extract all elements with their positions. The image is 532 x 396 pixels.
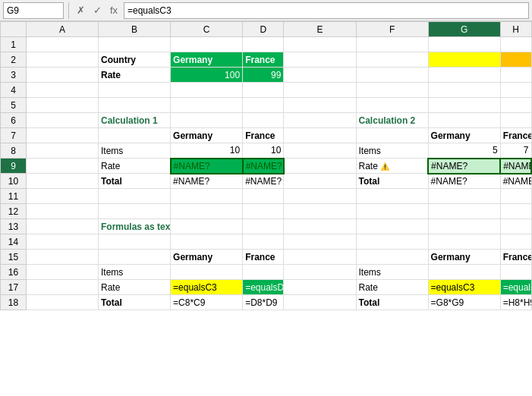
cell-b12[interactable]: [99, 204, 171, 219]
cell-b3[interactable]: Rate: [99, 68, 171, 83]
cell-e15[interactable]: [284, 250, 356, 265]
cell-d18[interactable]: =D8*D9: [243, 295, 284, 310]
cell-g14[interactable]: [428, 234, 500, 250]
cell-a8[interactable]: [26, 143, 98, 159]
cell-g11[interactable]: [428, 189, 500, 204]
cell-g3[interactable]: [428, 68, 500, 83]
cell-d2[interactable]: France: [243, 52, 284, 68]
cell-e5[interactable]: [284, 98, 356, 113]
cell-d5[interactable]: [243, 98, 284, 113]
cell-b2[interactable]: Country: [99, 52, 171, 68]
cell-b9[interactable]: Rate: [99, 159, 171, 174]
cell-e3[interactable]: [284, 68, 356, 83]
cell-a7[interactable]: [26, 128, 98, 143]
cell-b7[interactable]: [99, 128, 171, 143]
cell-e2[interactable]: [284, 52, 356, 68]
cell-e8[interactable]: [284, 143, 356, 159]
cell-d16[interactable]: [243, 265, 284, 280]
cell-c9[interactable]: #NAME?: [171, 159, 243, 174]
cell-c6[interactable]: [171, 113, 243, 128]
cell-d14[interactable]: [243, 234, 284, 250]
cell-e12[interactable]: [284, 204, 356, 219]
cell-f6[interactable]: Calculation 2: [356, 113, 428, 128]
cell-a14[interactable]: [26, 234, 98, 250]
cell-g17[interactable]: =equalsC3: [428, 280, 500, 295]
col-header-c[interactable]: C: [171, 22, 243, 37]
cell-b14[interactable]: [99, 234, 171, 250]
cell-h10[interactable]: #NAME?: [500, 174, 531, 189]
cell-h8[interactable]: 7: [500, 143, 531, 159]
cell-f5[interactable]: [356, 98, 428, 113]
cell-d11[interactable]: [243, 189, 284, 204]
cell-c3[interactable]: 100: [171, 68, 243, 83]
cell-e16[interactable]: [284, 265, 356, 280]
cell-c18[interactable]: =C8*C9: [171, 295, 243, 310]
cell-f14[interactable]: [356, 234, 428, 250]
cell-g6[interactable]: [428, 113, 500, 128]
cell-b8[interactable]: Items: [99, 143, 171, 159]
cell-h5[interactable]: [500, 98, 531, 113]
col-header-h[interactable]: H: [500, 22, 531, 37]
cell-e11[interactable]: [284, 189, 356, 204]
cell-c10[interactable]: #NAME?: [171, 174, 243, 189]
cell-e18[interactable]: [284, 295, 356, 310]
cell-a18[interactable]: [26, 295, 98, 310]
cell-f2[interactable]: [356, 52, 428, 68]
cell-b11[interactable]: [99, 189, 171, 204]
cell-f15[interactable]: [356, 250, 428, 265]
cell-c2[interactable]: Germany: [171, 52, 243, 68]
cell-c4[interactable]: [171, 83, 243, 98]
cell-d9[interactable]: #NAME?: [243, 159, 284, 174]
cell-g2[interactable]: [428, 52, 500, 68]
cell-b5[interactable]: [99, 98, 171, 113]
cell-f8[interactable]: Items: [356, 143, 428, 159]
cell-b10[interactable]: Total: [99, 174, 171, 189]
cell-h3[interactable]: [500, 68, 531, 83]
cell-h2[interactable]: [500, 52, 531, 68]
cell-b1[interactable]: [99, 37, 171, 52]
cell-c16[interactable]: [171, 265, 243, 280]
cell-f18[interactable]: Total: [356, 295, 428, 310]
cell-c14[interactable]: [171, 234, 243, 250]
cell-f12[interactable]: [356, 204, 428, 219]
cell-g9[interactable]: #NAME?: [428, 159, 500, 174]
cell-a17[interactable]: [26, 280, 98, 295]
cell-b16[interactable]: Items: [99, 265, 171, 280]
cell-d8[interactable]: 10: [243, 143, 284, 159]
name-box[interactable]: [3, 2, 64, 19]
cell-h4[interactable]: [500, 83, 531, 98]
cell-c1[interactable]: [171, 37, 243, 52]
cell-a10[interactable]: [26, 174, 98, 189]
cell-g13[interactable]: [428, 219, 500, 234]
cell-d10[interactable]: #NAME?: [243, 174, 284, 189]
cell-a12[interactable]: [26, 204, 98, 219]
cell-f17[interactable]: Rate: [356, 280, 428, 295]
cell-h14[interactable]: [500, 234, 531, 250]
cell-f1[interactable]: [356, 37, 428, 52]
col-header-a[interactable]: A: [26, 22, 98, 37]
cell-f3[interactable]: [356, 68, 428, 83]
cell-c8[interactable]: 10: [171, 143, 243, 159]
cell-b15[interactable]: [99, 250, 171, 265]
cell-d12[interactable]: [243, 204, 284, 219]
cell-e7[interactable]: [284, 128, 356, 143]
cell-d3[interactable]: 99: [243, 68, 284, 83]
col-header-e[interactable]: E: [284, 22, 356, 37]
cell-a13[interactable]: [26, 219, 98, 234]
cell-e17[interactable]: [284, 280, 356, 295]
cell-g4[interactable]: [428, 83, 500, 98]
cell-g1[interactable]: [428, 37, 500, 52]
col-header-b[interactable]: B: [99, 22, 171, 37]
cell-b18[interactable]: Total: [99, 295, 171, 310]
cell-g8[interactable]: 5: [428, 143, 500, 159]
cell-a6[interactable]: [26, 113, 98, 128]
col-header-f[interactable]: F: [356, 22, 428, 37]
cell-f9[interactable]: Rate ⚠️: [356, 159, 428, 174]
cell-g7[interactable]: Germany: [428, 128, 500, 143]
cell-a2[interactable]: [26, 52, 98, 68]
cell-d13[interactable]: [243, 219, 284, 234]
cell-c13[interactable]: [171, 219, 243, 234]
cell-f4[interactable]: [356, 83, 428, 98]
cell-c15[interactable]: Germany: [171, 250, 243, 265]
cell-a5[interactable]: [26, 98, 98, 113]
